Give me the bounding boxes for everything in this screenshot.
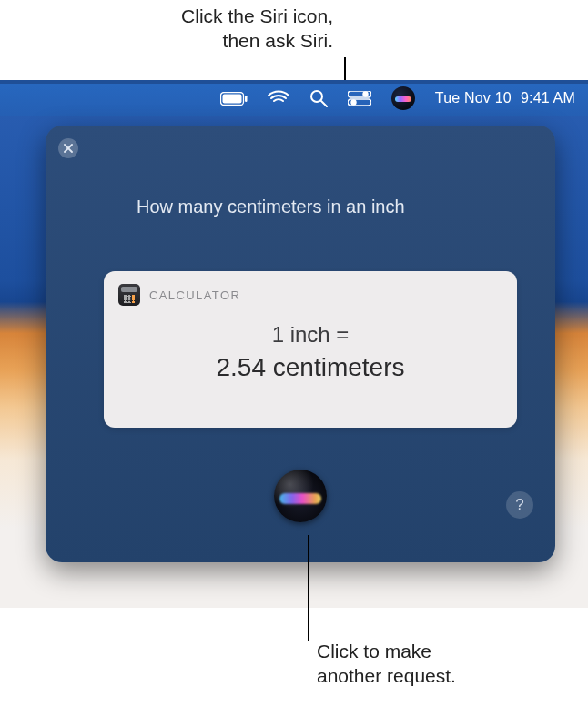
- siri-icon[interactable]: [391, 80, 415, 116]
- calc-line-result: 2.54 centimeters: [104, 353, 517, 382]
- annotation-bottom: Click to make another request.: [317, 639, 456, 688]
- calculator-source-label: CALCULATOR: [149, 288, 240, 302]
- siri-query-text: How many centimeters in an inch: [137, 197, 405, 217]
- calculator-card-header: CALCULATOR: [104, 271, 517, 306]
- siri-help-button[interactable]: ?: [506, 491, 533, 519]
- calculator-card-body: 1 inch = 2.54 centimeters: [104, 322, 517, 382]
- svg-line-4: [321, 101, 327, 106]
- calculator-app-icon: [118, 284, 140, 306]
- calc-line-input: 1 inch =: [104, 322, 517, 348]
- spotlight-icon[interactable]: [309, 80, 328, 116]
- svg-point-8: [350, 99, 356, 105]
- help-icon: ?: [515, 496, 523, 514]
- menubar-clock[interactable]: Tue Nov 10 9:41 AM: [435, 90, 575, 106]
- svg-point-3: [311, 91, 322, 102]
- wifi-icon[interactable]: [268, 80, 289, 116]
- annotation-bottom-line2: another request.: [317, 663, 456, 688]
- siri-panel: How many centimeters in an inch CALCULAT…: [46, 126, 555, 562]
- close-button[interactable]: [58, 138, 78, 158]
- macos-desktop: Tue Nov 10 9:41 AM How many centimeters …: [0, 80, 588, 608]
- battery-icon[interactable]: [220, 80, 248, 116]
- siri-orb-button[interactable]: [274, 470, 327, 522]
- annotation-top: Click the Siri icon, then ask Siri.: [0, 4, 588, 53]
- annotation-top-line1: Click the Siri icon,: [0, 4, 333, 28]
- menubar-date: Tue Nov 10: [435, 90, 512, 106]
- annotation-top-line2: then ask Siri.: [0, 28, 333, 53]
- menubar-time: 9:41 AM: [521, 90, 575, 106]
- annotation-bottom-leader: [308, 535, 309, 641]
- control-center-icon[interactable]: [348, 80, 371, 116]
- svg-point-6: [362, 91, 368, 96]
- calculator-result-card[interactable]: CALCULATOR 1 inch = 2.54 centimeters: [104, 271, 517, 428]
- svg-rect-2: [245, 96, 248, 102]
- menubar: Tue Nov 10 9:41 AM: [0, 80, 588, 116]
- annotation-bottom-line1: Click to make: [317, 639, 456, 663]
- svg-rect-1: [222, 94, 241, 103]
